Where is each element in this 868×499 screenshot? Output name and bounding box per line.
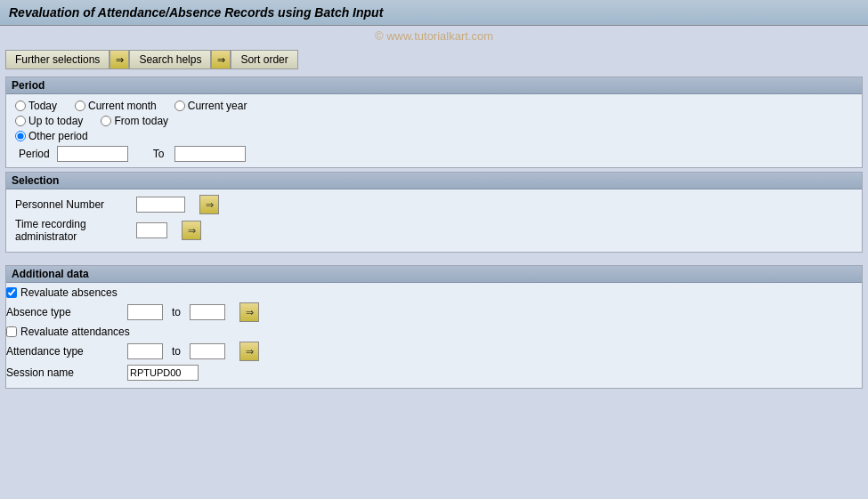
radio-current-year[interactable]: Current year	[174, 100, 247, 112]
personnel-number-row: Personnel Number ⇒	[15, 195, 853, 214]
time-recording-label: Time recording administrator	[15, 218, 131, 243]
revaluate-absences-label: Revaluate absences	[20, 286, 118, 299]
watermark: © www.tutorialkart.com	[0, 26, 868, 46]
absence-type-arrow-icon[interactable]: ⇒	[239, 302, 259, 322]
period-section-header: Period	[6, 77, 862, 94]
session-name-input[interactable]	[127, 365, 199, 381]
period-input-row: Period To	[15, 146, 853, 162]
radio-today[interactable]: Today	[15, 100, 57, 112]
period-to-label: To	[153, 148, 165, 160]
additional-section-body: Revaluate absences Absence type to ⇒ Rev…	[6, 283, 862, 388]
personnel-number-arrow-icon[interactable]: ⇒	[199, 195, 219, 214]
radio-from-today-input[interactable]	[101, 116, 111, 126]
period-section: Period Today Current month Current year …	[5, 76, 863, 168]
title-bar: Revaluation of Attendance/Absence Record…	[0, 0, 868, 26]
selection-section: Selection Personnel Number ⇒ Time record…	[5, 172, 863, 253]
selection-section-body: Personnel Number ⇒ Time recording admini…	[6, 189, 862, 252]
revaluate-attendances-checkbox[interactable]	[6, 326, 17, 337]
time-recording-row: Time recording administrator ⇒	[15, 218, 853, 243]
time-recording-arrow-icon[interactable]: ⇒	[182, 221, 201, 240]
revaluate-absences-checkbox[interactable]	[6, 287, 17, 298]
page-title: Revaluation of Attendance/Absence Record…	[9, 5, 859, 20]
radio-up-to-today[interactable]: Up to today	[15, 115, 83, 127]
search-helps-button[interactable]: Search helps	[129, 50, 211, 69]
absence-type-to-label: to	[172, 306, 181, 318]
absence-type-from-input[interactable]	[127, 304, 163, 320]
selection-section-header: Selection	[6, 173, 862, 189]
radio-current-year-input[interactable]	[174, 101, 185, 111]
sort-order-button[interactable]: Sort order	[231, 50, 297, 69]
radio-other-period[interactable]: Other period	[15, 130, 88, 142]
radio-other-period-label: Other period	[28, 130, 88, 142]
period-from-input[interactable]	[57, 146, 128, 162]
absence-type-label: Absence type	[6, 306, 122, 318]
radio-other-period-input[interactable]	[15, 131, 26, 141]
period-radio-row-1: Today Current month Current year	[15, 100, 853, 112]
further-selections-arrow-icon[interactable]: ⇒	[110, 50, 129, 69]
attendance-type-to-label: to	[172, 345, 181, 358]
period-to-input[interactable]	[174, 146, 246, 162]
radio-up-to-today-input[interactable]	[15, 116, 26, 126]
absence-type-to-input[interactable]	[190, 304, 225, 320]
revaluate-attendances-row: Revaluate attendances	[6, 326, 862, 338]
attendance-type-arrow-icon[interactable]: ⇒	[239, 342, 259, 361]
attendance-type-from-input[interactable]	[127, 343, 163, 359]
further-selections-button[interactable]: Further selections	[5, 50, 110, 69]
attendance-type-to-input[interactable]	[190, 343, 225, 359]
radio-current-year-label: Current year	[188, 100, 247, 112]
time-recording-input[interactable]	[136, 222, 167, 238]
radio-from-today-label: From today	[114, 115, 168, 127]
additional-section-header: Additional data	[6, 266, 862, 283]
radio-today-input[interactable]	[15, 101, 26, 111]
personnel-number-label: Personnel Number	[15, 198, 131, 211]
radio-current-month-label: Current month	[88, 100, 157, 112]
session-name-label: Session name	[6, 366, 122, 379]
radio-from-today[interactable]: From today	[101, 115, 168, 127]
revaluate-attendances-label: Revaluate attendances	[20, 326, 130, 338]
radio-today-label: Today	[28, 100, 57, 112]
attendance-type-row: Attendance type to ⇒	[6, 342, 862, 361]
revaluate-absences-row: Revaluate absences	[6, 286, 862, 299]
absence-type-row: Absence type to ⇒	[6, 302, 862, 322]
personnel-number-input[interactable]	[136, 197, 185, 213]
radio-current-month-input[interactable]	[75, 101, 85, 111]
toolbar: Further selections ⇒ Search helps ⇒ Sort…	[0, 46, 868, 73]
radio-current-month[interactable]: Current month	[75, 100, 157, 112]
session-name-row: Session name	[6, 365, 862, 381]
period-from-label: Period	[19, 148, 50, 160]
period-radio-row-2: Up to today From today	[15, 115, 853, 127]
additional-section: Additional data Revaluate absences Absen…	[5, 265, 863, 389]
period-radio-row-3: Other period	[15, 130, 853, 142]
attendance-type-label: Attendance type	[6, 345, 122, 358]
search-helps-arrow-icon[interactable]: ⇒	[211, 50, 231, 69]
period-section-body: Today Current month Current year Up to t…	[6, 94, 862, 167]
radio-up-to-today-label: Up to today	[28, 115, 83, 127]
